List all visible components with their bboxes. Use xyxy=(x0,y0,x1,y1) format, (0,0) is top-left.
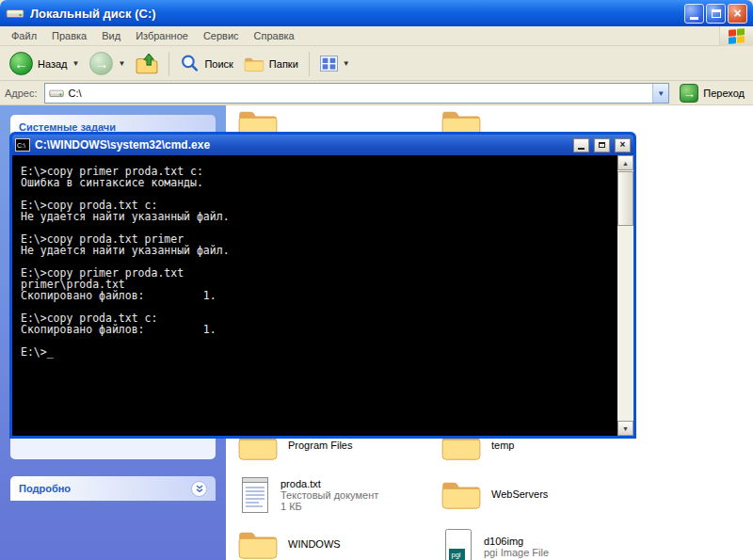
cmd-window-title: C:\WINDOWS\system32\cmd.exe xyxy=(35,138,569,152)
menu-item-edit[interactable]: Правка xyxy=(44,27,94,44)
maximize-button[interactable] xyxy=(706,4,726,24)
back-button[interactable]: ← Назад ▼ xyxy=(5,49,84,79)
file-name: WebServers xyxy=(491,488,548,500)
console-line: Не удается найти указанный файл. xyxy=(21,245,609,256)
search-icon xyxy=(180,54,200,73)
toolbar-separator xyxy=(168,52,169,76)
file-tile[interactable]: pgi d106img pgi Image File xyxy=(442,527,549,560)
file-tile[interactable]: WINDOWS xyxy=(237,527,341,560)
forward-icon: → xyxy=(89,52,113,75)
console-line: Ошибка в синтаксисе команды. xyxy=(21,177,609,188)
console-line: E:\>_ xyxy=(21,346,609,358)
cmd-window: C:\ C:\WINDOWS\system32\cmd.exe × E:\>co… xyxy=(9,132,636,439)
console-line xyxy=(21,335,609,346)
address-dropdown-button[interactable]: ▼ xyxy=(652,84,668,103)
scroll-up-button[interactable]: ▲ xyxy=(617,155,633,170)
file-name: proda.txt xyxy=(280,478,378,489)
search-label: Поиск xyxy=(204,58,232,70)
up-folder-icon xyxy=(136,54,158,74)
toolbar: ← Назад ▼ → ▼ Поиск Пап xyxy=(0,47,753,81)
address-label: Адрес: xyxy=(5,88,38,99)
caption-buttons: × xyxy=(684,4,747,24)
toolbar-separator xyxy=(309,52,310,76)
forward-button[interactable]: → ▼ xyxy=(85,49,130,79)
windows-logo xyxy=(719,26,753,46)
chevron-down-icon: ▼ xyxy=(72,59,80,68)
chevron-double-down-icon xyxy=(195,485,204,493)
file-size: 1 КБ xyxy=(280,501,378,512)
up-button[interactable] xyxy=(131,49,163,79)
cmd-console[interactable]: E:\>copy primer proda.txt c: Ошибка в си… xyxy=(12,155,633,436)
image-file-icon: pgi xyxy=(442,527,474,560)
address-combo[interactable]: C:\ ▼ xyxy=(44,83,670,104)
details-label: Подробно xyxy=(19,483,71,494)
details-panel-header[interactable]: Подробно xyxy=(10,476,216,501)
window-title: Локальный диск (C:) xyxy=(30,7,679,21)
cmd-scrollbar: ▲ ▼ xyxy=(617,155,633,436)
file-tile[interactable]: WebServers xyxy=(441,477,548,511)
file-type: pgi Image File xyxy=(484,547,549,558)
explorer-titlebar[interactable]: Локальный диск (C:) × xyxy=(0,0,753,26)
menu-item-favorites[interactable]: Избранное xyxy=(128,27,196,44)
windows-flag-icon xyxy=(729,28,745,44)
file-name: d106img xyxy=(484,536,549,547)
scroll-down-button[interactable]: ▼ xyxy=(617,421,633,436)
folders-label: Папки xyxy=(269,58,298,70)
scroll-thumb[interactable] xyxy=(617,171,633,226)
text-file-icon xyxy=(239,475,271,515)
console-line: Не удается найти указанный файл. xyxy=(21,211,609,222)
go-label: Переход xyxy=(703,88,745,99)
maximize-icon xyxy=(712,9,721,18)
cmd-restore-button[interactable] xyxy=(594,138,610,152)
drive-icon xyxy=(6,6,24,21)
console-line: Скопировано файлов: 1. xyxy=(21,324,609,335)
folder-icon xyxy=(237,527,279,560)
details-toggle-button[interactable] xyxy=(191,481,207,497)
back-icon: ← xyxy=(9,52,33,75)
chevron-down-icon: ▼ xyxy=(343,59,350,68)
drive-icon-small xyxy=(49,88,64,99)
svg-text:C:\: C:\ xyxy=(17,142,25,149)
address-value: C:\ xyxy=(69,88,82,99)
minimize-button[interactable] xyxy=(684,4,704,24)
minimize-icon xyxy=(690,17,698,20)
cmd-titlebar[interactable]: C:\ C:\WINDOWS\system32\cmd.exe × xyxy=(12,135,633,155)
file-name: temp xyxy=(491,440,514,451)
views-button[interactable]: ▼ xyxy=(315,49,355,79)
cmd-minimize-button[interactable] xyxy=(573,138,589,152)
views-icon xyxy=(320,56,338,72)
folder-icon xyxy=(441,477,482,511)
menu-bar: Файл Правка Вид Избранное Сервис Справка xyxy=(0,26,753,46)
restore-icon xyxy=(599,142,605,148)
folders-button[interactable]: Папки xyxy=(239,49,303,79)
file-name: WINDOWS xyxy=(288,538,341,550)
file-type: Текстовый документ xyxy=(280,489,378,501)
folders-icon xyxy=(244,56,264,72)
file-tile[interactable]: proda.txt Текстовый документ 1 КБ xyxy=(239,475,378,515)
console-line: Скопировано файлов: 1. xyxy=(21,290,609,301)
minimize-icon xyxy=(578,148,585,150)
search-button[interactable]: Поиск xyxy=(175,49,237,79)
address-bar: Адрес: C:\ ▼ → Переход xyxy=(0,82,753,105)
menu-item-view[interactable]: Вид xyxy=(94,27,128,44)
cmd-close-button[interactable]: × xyxy=(615,138,631,152)
chevron-down-icon: ▼ xyxy=(118,59,125,68)
close-button[interactable]: × xyxy=(728,4,747,24)
menu-item-tools[interactable]: Сервис xyxy=(196,27,247,44)
menu-item-file[interactable]: Файл xyxy=(4,27,44,44)
svg-text:pgi: pgi xyxy=(452,551,461,559)
menu-item-help[interactable]: Справка xyxy=(247,27,302,44)
go-arrow-icon: → xyxy=(680,84,698,103)
file-name: Program Files xyxy=(288,440,352,451)
scroll-track[interactable] xyxy=(617,170,633,421)
cmd-icon: C:\ xyxy=(15,138,30,152)
back-label: Назад xyxy=(38,58,68,70)
go-button[interactable]: → Переход xyxy=(676,84,748,103)
